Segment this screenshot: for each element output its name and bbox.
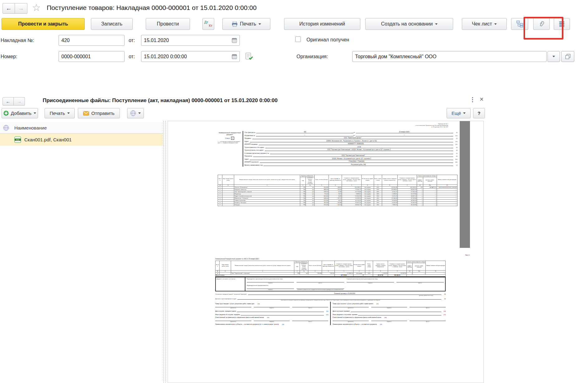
doc-cell: 20% xyxy=(365,272,373,274)
doc-cell: 796 xyxy=(300,186,306,188)
doc-cell: 796 xyxy=(300,193,306,195)
print-button[interactable]: Печать xyxy=(222,18,270,30)
doc-status-legend: 1 — счет-фактура и передаточный документ… xyxy=(218,141,242,144)
doc-cell: 20% xyxy=(374,188,382,191)
doc-cell: — xyxy=(423,191,437,193)
doc-cell: без акциза xyxy=(361,201,374,204)
favorite-star-icon[interactable]: ☆ xyxy=(32,2,41,13)
forward-button[interactable]: → xyxy=(15,3,27,14)
invoice-date-input[interactable]: 15.01.2020 xyxy=(141,35,240,46)
help-button[interactable]: ? xyxy=(473,108,485,118)
doc-cell: 475,000 xyxy=(314,199,329,201)
doc-cell: 27 331,03 xyxy=(397,191,417,193)
doc-cell: 23 901,68 xyxy=(382,186,397,188)
doc-table-row: 3Торт "Шоколадный" с вишней796шт598,0006… xyxy=(218,191,458,193)
doc-cell: 302,000 xyxy=(314,195,329,197)
doc-cell: 12 966,10 xyxy=(334,272,353,274)
doc-cell: без акциза xyxy=(361,204,374,206)
doc-cell: шт xyxy=(306,188,315,191)
doc-cell: шт xyxy=(306,186,315,188)
original-received-checkbox[interactable] xyxy=(295,36,301,42)
send-button[interactable]: Отправить xyxy=(78,108,120,118)
doc-cell: — xyxy=(423,193,437,195)
pdf-file-icon: PDF xyxy=(14,136,21,143)
doc-cell: — xyxy=(417,191,423,193)
organization-dropdown-button[interactable] xyxy=(548,51,560,62)
attachments-back-button[interactable]: ← xyxy=(2,97,14,106)
doc-cell: 8 483,05 xyxy=(342,193,361,195)
more-button[interactable]: Ещё xyxy=(447,108,471,118)
doc-ip-label: Индивидуальный предприниматель xyxy=(247,285,344,286)
doc-cell: 20% xyxy=(374,191,382,193)
post-and-close-button[interactable]: Провести и закрыть xyxy=(2,18,85,30)
doc-cell: — xyxy=(423,188,437,191)
doc-head-sign-label: Руководитель организации или иное уполно… xyxy=(247,278,344,280)
back-arrow-icon: ← xyxy=(6,99,11,104)
doc-cell: 20% xyxy=(374,193,382,195)
doc-table-page1: № п/п Код товара/ работ, услуг Наименова… xyxy=(218,175,458,206)
doc-totals-row: Всего к оплате 417 119,83 X 83 127,08 50… xyxy=(216,274,446,276)
doc-cell: 796 xyxy=(300,201,306,204)
doc-cell: 3 xyxy=(218,191,222,193)
doc-cell: 85 851,24 xyxy=(397,188,417,191)
doc-table-row: 4Мармелад796шт91,00093,228 483,05без акц… xyxy=(218,193,458,195)
posted-document-icon xyxy=(245,52,253,60)
doc-form-line: ИНН/КПП покупателя:7704223520 / 77040100… xyxy=(244,161,458,163)
doc-cell: без акциза xyxy=(361,191,374,193)
doc-basis-value: Основной договор от 01.08.2019 xyxy=(248,293,441,295)
doc-table-row: 6Мороженое "Снежинка"796шт448,000117,125… xyxy=(218,197,458,199)
dt-kt-button[interactable]: Дт Кт xyxy=(202,18,214,30)
name-column-header[interactable]: Наименование xyxy=(14,125,47,130)
doc-cell: 20% xyxy=(374,186,382,188)
invoice-no-input[interactable]: 420 xyxy=(59,35,125,46)
create-based-on-button[interactable]: Создать на основании xyxy=(365,18,453,30)
attachments-print-button[interactable]: Печать xyxy=(45,108,75,118)
attachments-forward-button[interactable]: → xyxy=(14,97,25,106)
doc-cell: 15 559,32 xyxy=(388,272,407,274)
doc-datetime-input[interactable]: 15.01.2020 0:00:00 xyxy=(141,51,240,62)
signature-menu-button[interactable] xyxy=(127,108,144,118)
printer-icon xyxy=(232,21,238,27)
doc-cell: 796 xyxy=(300,204,306,206)
doc-table-row: 7Зефир в шоколаде796шт475,00056,7540 254… xyxy=(218,199,458,201)
calendar-icon[interactable] xyxy=(232,38,237,43)
doc-cell: 18 427,12 xyxy=(397,195,417,197)
doc-accountant-label: Главный бухгалтер или иное уполномоченно… xyxy=(347,278,444,280)
doc-table-row: 9Помадка796шт292,000152,5458 642,77без а… xyxy=(218,204,458,206)
window-close-button[interactable]: × xyxy=(480,95,484,103)
number-input[interactable]: 0000-000001 xyxy=(59,51,125,62)
doc-cell: — xyxy=(417,188,423,191)
back-button[interactable]: ← xyxy=(2,3,15,14)
window-menu-dots[interactable]: ⋮ xyxy=(470,96,476,103)
doc-cell: — xyxy=(417,193,423,195)
doc-made-on: Документ составлен на 2 листах xyxy=(216,277,245,291)
calendar-icon[interactable] xyxy=(232,54,237,59)
doc-cell: 6 xyxy=(218,197,222,199)
doc-cell: шт xyxy=(306,201,315,204)
doc-cell xyxy=(222,201,234,204)
doc-cell: 85,000 xyxy=(308,272,322,274)
signature-column-icon[interactable] xyxy=(3,125,9,131)
doc-cell: 7 808,14 xyxy=(382,204,397,206)
organization-open-button[interactable] xyxy=(561,51,574,62)
save-button[interactable]: Записать xyxy=(91,18,133,30)
doc-form-line: Адрес:129090, Московская обл., Пушкински… xyxy=(244,140,458,142)
doc-cell: 10615000/010120/1021 9005464 xyxy=(437,186,457,188)
doc-cell: без акциза xyxy=(353,272,365,274)
from2-label: от: xyxy=(129,54,135,59)
add-button[interactable]: Добавить xyxy=(2,108,38,118)
doc-signature-box: Документ составлен на 2 листах Руководит… xyxy=(215,277,446,291)
checklist-button[interactable]: Чек лист xyxy=(462,18,507,30)
organization-input[interactable]: Торговый дом "Комплексный" ООО xyxy=(352,51,547,62)
doc-cell: 37 952,54 xyxy=(397,201,417,204)
doc-cell: — xyxy=(426,272,446,274)
open-in-window-icon xyxy=(565,54,571,59)
file-row[interactable]: PDF Скан001.pdf, Скан001 xyxy=(0,134,163,146)
doc-cell: 311,000 xyxy=(314,201,329,204)
doc-cell xyxy=(222,191,234,193)
doc-cell: — xyxy=(417,197,423,199)
pane-splitter[interactable] xyxy=(164,121,166,383)
history-button[interactable]: История изменений xyxy=(284,18,360,30)
preview-scrollbar-thumb[interactable] xyxy=(460,121,470,248)
post-button[interactable]: Провести xyxy=(146,18,190,30)
